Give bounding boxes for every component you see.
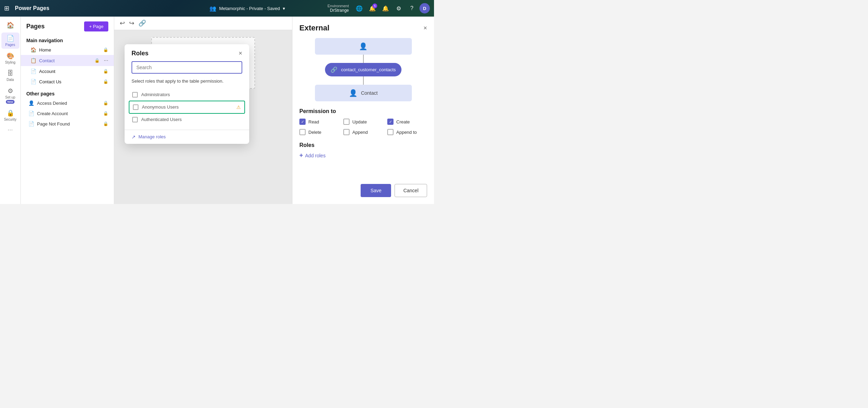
tp-bottom-label: Contact [361, 90, 378, 96]
checkbox-append[interactable] [343, 129, 350, 135]
tp-bottom-icon: 👤 [349, 89, 358, 97]
sidebar-item-setup[interactable]: ⚙ Set up New [1, 85, 19, 106]
styling-label: Styling [5, 61, 15, 64]
globe-icon-btn[interactable]: 🌐 [354, 3, 365, 14]
perm-item-append[interactable]: Append [343, 129, 383, 135]
lock-icon-contact-us: 🔒 [103, 79, 108, 84]
nav-label-create-account: Create Account [37, 111, 100, 116]
perm-item-create[interactable]: Create [387, 119, 427, 125]
icon-sidebar: 🏠 📄 Pages 🎨 Styling 🗄 Data ⚙ Set up New … [0, 17, 21, 204]
right-panel-title: External [299, 24, 329, 33]
add-page-button[interactable]: + Page [84, 21, 108, 31]
checkbox-read[interactable] [299, 119, 306, 125]
sidebar-item-data[interactable]: 🗄 Data [1, 68, 19, 84]
nav-item-contact-us[interactable]: 📄 Contact Us 🔒 [21, 76, 114, 87]
sidebar-item-security[interactable]: 🔒 Security [1, 107, 19, 123]
add-roles-button[interactable]: + Add roles [299, 152, 427, 159]
nav-item-home[interactable]: 🏠 Home 🔒 [21, 45, 114, 55]
checkbox-authenticated[interactable] [132, 117, 138, 122]
lock-icon-account: 🔒 [103, 69, 108, 74]
roles-item-anonymous[interactable]: Anonymous Users ⚠ [129, 101, 245, 114]
grid-icon[interactable]: ⊞ [4, 4, 9, 12]
save-button[interactable]: Save [361, 184, 391, 197]
panel-footer: Save Cancel [299, 176, 427, 197]
nav-label-page-not-found: Page Not Found [37, 121, 100, 127]
settings-btn[interactable]: ⚙ [393, 3, 404, 14]
styling-icon: 🎨 [7, 52, 14, 60]
alert-btn[interactable]: 🔔 [380, 3, 391, 14]
sidebar-item-home[interactable]: 🏠 [1, 19, 19, 31]
roles-item-authenticated[interactable]: Authenticated Users [129, 114, 245, 126]
contact-nav-icon: 📋 [30, 58, 36, 63]
topbar: ⊞ Power Pages 👥 Metamorphic - Private - … [0, 0, 434, 17]
checkbox-delete[interactable] [299, 129, 306, 135]
nav-item-account[interactable]: 📄 Account 🔒 [21, 66, 114, 76]
lock-icon-page-not-found: 🔒 [103, 121, 108, 126]
roles-search-input[interactable] [132, 61, 242, 74]
checkbox-anonymous[interactable] [133, 104, 138, 110]
new-badge: New [6, 100, 14, 104]
setup-label: Set up [5, 95, 15, 99]
nav-item-create-account[interactable]: 📄 Create Account 🔒 [21, 108, 114, 119]
label-anonymous: Anonymous Users [142, 104, 233, 110]
notification-badge: 5 [372, 3, 377, 8]
perm-item-append-to[interactable]: Append to [387, 129, 427, 135]
perm-item-update[interactable]: Update [343, 119, 383, 125]
checkbox-append-to[interactable] [387, 129, 394, 135]
table-permission-diagram: 👤 🔗 contact_customer_contacts 👤 Contact [299, 38, 427, 101]
label-administrators: Administrators [141, 92, 242, 97]
perm-label-read: Read [308, 119, 319, 124]
label-authenticated: Authenticated Users [141, 117, 242, 122]
env-name: DrStrange [330, 8, 349, 13]
canvas-toolbar: ↩ ↪ 🔗 [114, 17, 292, 30]
checkbox-administrators[interactable] [132, 92, 138, 98]
tp-top-node: 👤 [315, 38, 412, 55]
data-label: Data [7, 78, 14, 82]
tp-connector-2 [363, 76, 364, 85]
pages-title: Pages [26, 23, 45, 30]
cancel-button[interactable]: Cancel [395, 184, 427, 197]
roles-close-button[interactable]: × [238, 50, 242, 57]
checkbox-create[interactable] [387, 119, 394, 125]
security-label: Security [4, 118, 16, 121]
avatar[interactable]: D [419, 3, 430, 13]
nav-item-page-not-found[interactable]: 📄 Page Not Found 🔒 [21, 119, 114, 129]
add-icon: + [299, 152, 303, 159]
other-pages-title: Other pages [21, 87, 114, 98]
perm-item-read[interactable]: Read [299, 119, 339, 125]
sidebar-item-styling[interactable]: 🎨 Styling [1, 50, 19, 66]
manage-roles-button[interactable]: ↗ Manage roles [125, 130, 249, 144]
permission-section-header: Permission to [299, 108, 427, 114]
nav-label-account: Account [39, 69, 100, 74]
link-button[interactable]: 🔗 [138, 19, 146, 27]
notification-btn[interactable]: 🔔 5 [367, 3, 378, 14]
warning-icon-anonymous: ⚠ [236, 104, 241, 110]
pages-sidebar: Pages + Page Main navigation 🏠 Home 🔒 📋 … [21, 17, 114, 204]
roles-item-administrators[interactable]: Administrators [129, 89, 245, 101]
site-icon: 👥 [209, 5, 216, 12]
tp-bottom-node: 👤 Contact [315, 85, 412, 101]
sidebar-item-pages[interactable]: 📄 Pages [1, 33, 19, 49]
perm-label-create: Create [396, 119, 410, 124]
roles-modal-title: Roles [132, 50, 148, 57]
more-options-icon[interactable]: ··· [104, 57, 108, 64]
undo-button[interactable]: ↩ [120, 19, 125, 27]
account-nav-icon: 📄 [30, 68, 36, 74]
permissions-grid: Read Update Create Delete Append [299, 119, 427, 135]
help-btn[interactable]: ? [406, 3, 417, 14]
security-icon: 🔒 [7, 109, 14, 117]
right-panel-close-button[interactable]: × [423, 25, 427, 32]
roles-section-title: Roles [299, 142, 427, 148]
perm-item-delete[interactable]: Delete [299, 129, 339, 135]
sidebar-more-icon[interactable]: ··· [8, 126, 13, 133]
nav-item-contact[interactable]: 📋 Contact 🔒 ··· [21, 55, 114, 66]
lock-icon-home: 🔒 [103, 47, 108, 52]
site-selector[interactable]: 👥 Metamorphic - Private - Saved ▾ [171, 5, 324, 12]
redo-button[interactable]: ↪ [129, 19, 134, 27]
checkbox-update[interactable] [343, 119, 350, 125]
perm-label-append: Append [352, 130, 368, 135]
nav-item-access-denied[interactable]: 👤 Access Denied 🔒 [21, 98, 114, 108]
lock-icon-access-denied: 🔒 [103, 101, 108, 105]
roles-description: Select roles that apply to the table per… [125, 78, 249, 89]
pages-icon: 📄 [7, 35, 14, 42]
